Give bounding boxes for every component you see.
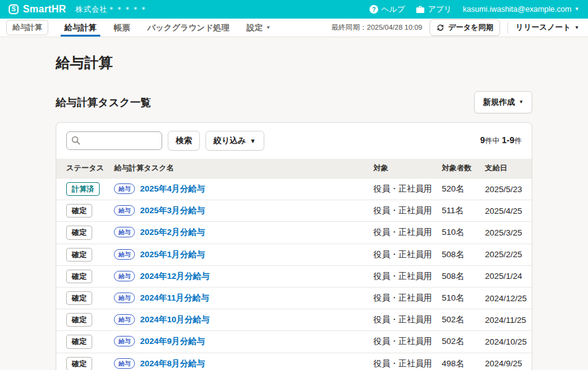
brand-area: S SmartHR 株式会社＊＊＊＊＊: [9, 4, 148, 15]
search-field-wrap: [66, 131, 162, 150]
task-link[interactable]: 2024年9月分給与: [140, 337, 205, 346]
top-right-menu: ? ヘルプ アプリ kasumi.iwashita@example.com ▼: [370, 4, 579, 15]
status-cell: 計算済: [56, 178, 109, 200]
table-row: 確定給与2024年12月分給与役員・正社員用508名2025/1/24: [56, 265, 532, 287]
col-header-status: ステータス: [56, 159, 109, 178]
task-list-card: 検索 絞り込み ▼ 9件中 1-9件 ステータス 給与計算タスク名 対象 対象者…: [56, 122, 532, 370]
search-button[interactable]: 検索: [168, 131, 200, 151]
task-link[interactable]: 2024年8月分給与: [140, 359, 205, 368]
payroll-tag-badge: 給与: [114, 205, 135, 216]
target-count-cell: 508名: [437, 244, 480, 265]
task-link[interactable]: 2024年12月分給与: [140, 271, 210, 281]
status-cell: 確定: [56, 309, 109, 331]
task-name-cell: 給与2024年8月分給与: [109, 353, 368, 370]
task-name-cell: 給与2025年1月分給与: [109, 244, 368, 265]
col-header-target: 対象: [368, 159, 437, 178]
status-cell: 確定: [56, 353, 109, 370]
page-title: 給与計算: [56, 53, 532, 73]
result-count: 9件中 1-9件: [480, 135, 522, 146]
pay-date-cell: 2025/3/25: [480, 222, 532, 244]
release-notes-menu[interactable]: リリースノート ▼: [516, 22, 582, 33]
pay-date-cell: 2024/9/25: [480, 353, 532, 370]
smarthr-logo-icon[interactable]: S: [9, 4, 19, 14]
refresh-icon: [436, 24, 444, 32]
chevron-down-icon: ▼: [574, 7, 579, 12]
task-link[interactable]: 2024年10月分給与: [140, 315, 210, 324]
target-count-cell: 502名: [437, 331, 480, 353]
tab-reports[interactable]: 帳票: [106, 19, 137, 37]
apps-link[interactable]: アプリ: [416, 4, 451, 15]
col-header-task-name: 給与計算タスク名: [109, 159, 368, 178]
target-cell: 役員・正社員用: [368, 244, 437, 265]
nav-right: 最終同期：2025/04/28 10:09 データを同期 リリースノート ▼: [331, 19, 582, 37]
status-badge: 確定: [66, 226, 92, 239]
target-cell: 役員・正社員用: [368, 222, 437, 244]
status-badge: 確定: [66, 248, 92, 262]
task-name-cell: 給与2024年12月分給与: [109, 265, 368, 287]
table-row: 計算済給与2025年4月分給与役員・正社員用520名2025/5/23: [56, 178, 532, 200]
task-link[interactable]: 2025年3月分給与: [140, 206, 205, 215]
task-name-cell: 給与2025年3月分給与: [109, 200, 368, 222]
task-link[interactable]: 2024年11月分給与: [140, 293, 209, 302]
target-count-cell: 510名: [437, 287, 480, 309]
pay-date-cell: 2024/10/25: [480, 331, 532, 353]
account-menu[interactable]: kasumi.iwashita@example.com ▼: [463, 5, 579, 14]
status-cell: 確定: [56, 244, 109, 265]
payroll-tag-badge: 給与: [114, 336, 135, 346]
col-header-target-count: 対象者数: [437, 159, 480, 178]
col-header-pay-date: 支給日: [480, 159, 532, 178]
payroll-tag-badge: 給与: [114, 358, 135, 369]
pay-date-cell: 2024/12/25: [480, 287, 532, 309]
pay-date-cell: 2025/4/25: [480, 200, 532, 222]
task-name-cell: 給与2024年9月分給与: [109, 331, 368, 353]
chevron-down-icon: ▼: [266, 25, 270, 30]
payroll-tag-badge: 給与: [114, 183, 135, 194]
divider: [508, 22, 508, 33]
task-name-cell: 給与2024年10月分給与: [109, 309, 368, 331]
status-cell: 確定: [56, 200, 109, 222]
table-row: 確定給与2025年3月分給与役員・正社員用511名2025/4/25: [56, 200, 532, 222]
filter-button[interactable]: 絞り込み ▼: [205, 131, 264, 151]
target-count-cell: 510名: [437, 222, 480, 244]
tab-background-jobs[interactable]: バックグラウンド処理: [140, 19, 236, 37]
filter-label: 絞り込み: [214, 135, 246, 146]
help-label: ヘルプ: [381, 4, 405, 15]
company-name: 株式会社＊＊＊＊＊: [76, 4, 148, 15]
pay-date-cell: 2025/2/25: [480, 244, 532, 265]
status-cell: 確定: [56, 287, 109, 309]
search-input[interactable]: [66, 131, 162, 150]
task-link[interactable]: 2025年1月分給与: [140, 250, 205, 259]
status-cell: 確定: [56, 222, 109, 244]
status-badge: 確定: [66, 335, 92, 348]
status-badge: 確定: [66, 204, 92, 218]
status-badge: 確定: [66, 357, 92, 370]
task-name-cell: 給与2024年11月分給与: [109, 287, 368, 309]
status-badge: 確定: [66, 313, 92, 327]
payroll-tag-badge: 給与: [114, 249, 135, 260]
target-cell: 役員・正社員用: [368, 353, 437, 370]
search-icon: [71, 136, 80, 145]
task-link[interactable]: 2025年2月分給与: [140, 227, 205, 237]
tab-payroll[interactable]: 給与計算: [57, 19, 104, 37]
table-row: 確定給与2024年10月分給与役員・正社員用502名2024/11/25: [56, 309, 532, 331]
app-switcher-button[interactable]: 給与計算: [6, 20, 48, 35]
task-link[interactable]: 2025年4月分給与: [140, 184, 205, 193]
status-cell: 確定: [56, 331, 109, 353]
tab-settings[interactable]: 設定▼: [239, 19, 278, 37]
target-count-cell: 502名: [437, 309, 480, 331]
payroll-tag-badge: 給与: [114, 314, 135, 325]
target-count-cell: 520名: [437, 178, 480, 200]
create-new-button[interactable]: 新規作成 ▼: [474, 91, 532, 113]
status-badge: 計算済: [66, 182, 100, 196]
sync-data-button[interactable]: データを同期: [430, 19, 500, 36]
help-link[interactable]: ? ヘルプ: [370, 4, 405, 15]
main-content: 給与計算 給与計算タスク一覧 新規作成 ▼ 検索 絞り込み ▼ 9件中 1-9件: [56, 53, 532, 370]
pay-date-cell: 2025/1/24: [480, 265, 532, 287]
status-badge: 確定: [66, 270, 92, 283]
table-row: 確定給与2025年1月分給与役員・正社員用508名2025/2/25: [56, 244, 532, 265]
section-header: 給与計算タスク一覧 新規作成 ▼: [56, 91, 532, 113]
status-cell: 確定: [56, 265, 109, 287]
brand-name[interactable]: SmartHR: [23, 4, 66, 15]
target-cell: 役員・正社員用: [368, 287, 437, 309]
filter-funnel-icon: ▼: [250, 138, 256, 144]
